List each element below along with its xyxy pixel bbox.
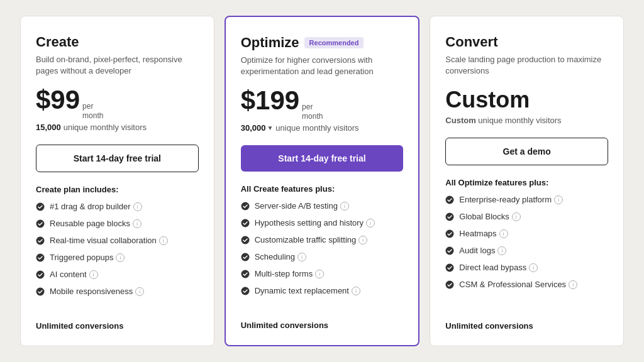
visitors-row: 30,000 ▼ unique monthly visitors <box>241 123 404 133</box>
feature-text: Customizable traffic splittingi <box>255 235 368 244</box>
feature-item: Direct lead bypassi <box>445 263 608 274</box>
feature-text: Enterprise-ready platformi <box>459 195 563 204</box>
feature-text: AI contenti <box>50 270 98 279</box>
feature-item: Schedulingi <box>241 252 404 263</box>
unlimited-conversions: Unlimited conversions <box>445 314 608 331</box>
feature-text: Schedulingi <box>255 252 306 261</box>
svg-point-8 <box>241 236 249 244</box>
visitors-dropdown[interactable]: 30,000 ▼ <box>241 123 274 133</box>
features-title: Create plan includes: <box>36 185 199 194</box>
feature-item: Global Blocksi <box>445 212 608 223</box>
price-amount: $99 <box>36 87 80 113</box>
price-row: $99permonth <box>36 87 199 120</box>
recommended-badge: Recommended <box>304 37 364 48</box>
price-period: permonth <box>82 102 103 120</box>
check-icon <box>36 270 45 281</box>
info-icon[interactable]: i <box>133 219 142 228</box>
info-icon[interactable]: i <box>497 246 506 255</box>
feature-item: Mobile responsivenessi <box>36 287 199 298</box>
features-title: All Create features plus: <box>241 184 404 194</box>
visitors-row: 15,000 unique monthly visitors <box>36 123 199 132</box>
info-icon[interactable]: i <box>352 287 360 295</box>
feature-item: #1 drag & drop builderi <box>36 202 199 213</box>
feature-item: CSM & Professional Servicesi <box>445 280 608 291</box>
svg-point-6 <box>241 202 249 211</box>
svg-point-12 <box>446 196 454 204</box>
feature-item: Triggered popupsi <box>36 253 199 264</box>
feature-text: CSM & Professional Servicesi <box>459 280 577 289</box>
unlimited-conversions: Unlimited conversions <box>36 314 199 331</box>
feature-text: Multi-step formsi <box>255 269 324 278</box>
info-icon[interactable]: i <box>358 236 367 244</box>
check-icon <box>241 202 250 212</box>
plan-description: Optimize for higher conversions with exp… <box>241 55 404 77</box>
plan-title-row: Create <box>36 34 199 50</box>
unlimited-conversions: Unlimited conversions <box>241 313 404 330</box>
feature-item: Multi-step formsi <box>241 269 404 280</box>
feature-text: Global Blocksi <box>459 212 520 221</box>
feature-text: Server-side A/B testingi <box>255 201 349 211</box>
features-title: All Optimize features plus: <box>445 178 608 187</box>
check-icon <box>36 287 45 298</box>
check-icon <box>241 219 250 229</box>
plan-title-row: OptimizeRecommended <box>241 35 404 51</box>
svg-point-14 <box>446 230 454 238</box>
check-icon <box>445 212 454 223</box>
check-icon <box>36 253 45 264</box>
svg-point-16 <box>446 264 454 272</box>
plan-card-convert: ConvertScale landing page production to … <box>430 16 624 346</box>
visitors-number: 15,000 <box>36 123 61 132</box>
check-icon <box>445 263 454 274</box>
info-icon[interactable]: i <box>89 270 98 279</box>
plan-title-row: Convert <box>445 34 608 50</box>
info-icon[interactable]: i <box>499 229 508 238</box>
feature-item: Enterprise-ready platformi <box>445 195 608 206</box>
info-icon[interactable]: i <box>159 236 168 245</box>
info-icon[interactable]: i <box>512 212 521 221</box>
svg-point-17 <box>446 281 454 289</box>
svg-point-0 <box>36 203 45 211</box>
info-icon[interactable]: i <box>554 195 563 204</box>
feature-item: Dynamic text replacementi <box>241 286 404 297</box>
check-icon <box>241 287 250 297</box>
cta-button-convert[interactable]: Get a demo <box>445 138 608 165</box>
check-icon <box>445 246 454 257</box>
feature-text: Triggered popupsi <box>50 253 125 262</box>
check-icon <box>241 253 250 263</box>
check-icon <box>445 280 454 291</box>
cta-button-create[interactable]: Start 14-day free trial <box>36 145 199 172</box>
plan-title: Optimize <box>241 35 299 51</box>
svg-point-9 <box>241 253 249 261</box>
feature-item: Customizable traffic splittingi <box>241 235 404 246</box>
info-icon[interactable]: i <box>135 287 144 296</box>
visitors-label: Custom unique monthly visitors <box>445 116 561 125</box>
svg-point-7 <box>241 219 249 228</box>
feature-item: Reusable page blocksi <box>36 219 199 230</box>
info-icon[interactable]: i <box>529 263 538 272</box>
feature-item: Hypothesis setting and historyi <box>241 218 404 229</box>
check-icon <box>445 229 454 240</box>
svg-point-5 <box>36 288 45 296</box>
feature-text: Heatmapsi <box>459 229 508 238</box>
info-icon[interactable]: i <box>116 253 125 262</box>
info-icon[interactable]: i <box>340 202 349 211</box>
feature-item: Server-side A/B testingi <box>241 201 404 212</box>
svg-point-4 <box>36 271 45 279</box>
plan-description: Build on-brand, pixel-perfect, responsiv… <box>36 54 199 77</box>
info-icon[interactable]: i <box>133 202 142 211</box>
price-amount: $199 <box>241 87 299 114</box>
plan-description: Scale landing page production to maximiz… <box>445 54 608 77</box>
info-icon[interactable]: i <box>297 253 306 261</box>
check-icon <box>36 202 45 213</box>
cta-button-optimize[interactable]: Start 14-day free trial <box>241 145 404 172</box>
info-icon[interactable]: i <box>366 219 375 228</box>
info-icon[interactable]: i <box>315 270 324 278</box>
price-custom: Custom <box>445 87 608 113</box>
feature-item: AI contenti <box>36 270 199 281</box>
plan-card-create: CreateBuild on-brand, pixel-perfect, res… <box>20 16 214 346</box>
features-section: All Optimize features plus:Enterprise-re… <box>445 178 608 304</box>
feature-text: Dynamic text replacementi <box>255 286 360 295</box>
features-section: All Create features plus:Server-side A/B… <box>241 184 404 303</box>
check-icon <box>36 236 45 247</box>
info-icon[interactable]: i <box>569 280 577 289</box>
